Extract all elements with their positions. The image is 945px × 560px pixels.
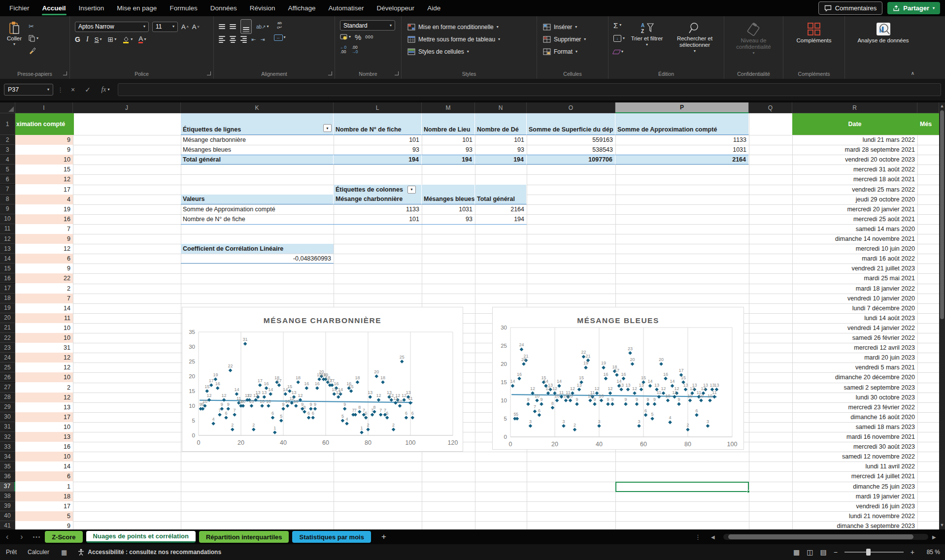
scatter-chart-mesange-bleues[interactable]: MÉSANGE BLEUES02040608010005101520253014… (492, 307, 744, 450)
row-header-11[interactable]: 11 (0, 224, 15, 234)
cell-R14-date[interactable]: mardi 16 août 2022 (792, 254, 917, 264)
scatter-chart-mesange-charbonniere[interactable]: MÉSANGE CHARBONNIÈRE02040608010012005101… (182, 307, 463, 452)
cell-R34-date[interactable]: samedi 12 novembre 2022 (792, 452, 917, 461)
row-header-24[interactable]: 24 (0, 353, 15, 362)
page-layout-view-button[interactable]: ◫ (807, 548, 813, 556)
cell-I14[interactable]: 6 (15, 254, 73, 264)
sheet-tab-r-partition-interquartiles[interactable]: Répartition interquartiles (199, 531, 289, 543)
row-header-37[interactable]: 37 (0, 482, 15, 492)
cell-R5-date[interactable]: mercredi 31 août 2022 (792, 165, 917, 174)
row-header-18[interactable]: 18 (0, 294, 15, 303)
pivot1-value[interactable]: 1031 (615, 145, 749, 155)
pivot2-value[interactable]: 93 (422, 214, 475, 224)
column-header-P[interactable]: P (615, 102, 749, 113)
cell-I16[interactable]: 22 (15, 273, 73, 283)
pivot2-row-label[interactable]: Somme de Approximation compté (181, 204, 334, 214)
select-all-corner[interactable] (0, 102, 15, 113)
zoom-out-button[interactable]: − (834, 548, 838, 556)
row-header-23[interactable]: 23 (0, 343, 15, 353)
cell-I39[interactable]: 17 (15, 501, 73, 511)
row-header-2[interactable]: 2 (0, 135, 15, 145)
fill-handle[interactable] (747, 490, 750, 493)
row-header-9[interactable]: 9 (0, 204, 15, 214)
cell-I21[interactable]: 10 (15, 323, 73, 333)
row-header-4[interactable]: 4 (0, 155, 15, 165)
row-header-8[interactable]: 8 (0, 195, 15, 204)
cell-I2[interactable]: 9 (15, 135, 73, 145)
column-header-I[interactable]: I (15, 102, 73, 113)
cell-R20-date[interactable]: lundi 14 août 2023 (792, 313, 917, 323)
pivot1-header[interactable]: Somme de Superficie du dép (527, 113, 615, 135)
pivot1-value[interactable]: 93 (422, 145, 475, 155)
cell-R22-date[interactable]: samedi 26 février 2022 (792, 333, 917, 343)
pivot1-row-label[interactable]: Mésange charbonnière (181, 135, 334, 145)
cell-I35[interactable]: 14 (15, 461, 73, 471)
row-header-22[interactable]: 22 (0, 333, 15, 343)
pivot1-value[interactable]: 194 (475, 155, 527, 165)
row-header-29[interactable]: 29 (0, 402, 15, 412)
column-header-Q[interactable]: Q (749, 102, 792, 113)
cell-I33[interactable]: 16 (15, 442, 73, 452)
row-header-14[interactable]: 14 (0, 254, 15, 264)
column-header-L[interactable]: L (334, 102, 422, 113)
zoom-slider[interactable] (844, 552, 904, 553)
scroll-right-button[interactable]: ▶ (932, 534, 936, 540)
column-header-N[interactable]: N (475, 102, 527, 113)
sheet-tab-z-score[interactable]: Z-Score (45, 531, 82, 543)
row-header-27[interactable]: 27 (0, 383, 15, 393)
pivot2-row-label[interactable]: Nombre de N° de fiche (181, 214, 334, 224)
cell-I25[interactable]: 12 (15, 362, 73, 372)
cell-R27-date[interactable]: samedi 2 septembre 2023 (792, 383, 917, 393)
filter-button-icon[interactable]: ▼ (323, 124, 332, 132)
cell-R40-date[interactable]: lundi 21 novembre 2022 (792, 511, 917, 521)
accessibility-status[interactable]: Accessibilité : consultez nos recommanda… (78, 549, 221, 556)
cell-I38[interactable]: 18 (15, 492, 73, 501)
cell-I11[interactable]: 7 (15, 224, 73, 234)
cell-I34[interactable]: 10 (15, 452, 73, 461)
cell-I23[interactable]: 31 (15, 343, 73, 353)
cell-R25-date[interactable]: vendredi 5 mars 2021 (792, 362, 917, 372)
cell-I12[interactable]: 9 (15, 234, 73, 244)
scroll-left-button[interactable]: ◀ (711, 534, 715, 540)
row-header-10[interactable]: 10 (0, 214, 15, 224)
column-header-M[interactable]: M (422, 102, 475, 113)
cell-I22[interactable]: 10 (15, 333, 73, 343)
pivot2-value[interactable]: 1031 (422, 204, 475, 214)
cell-I1-header[interactable]: ximation compté (15, 113, 74, 135)
column-header-partial[interactable] (917, 102, 939, 113)
column-header-O[interactable]: O (527, 102, 615, 113)
cell-R6-date[interactable]: mercredi 18 août 2021 (792, 174, 917, 184)
cell-R16-date[interactable]: mardi 25 mai 2021 (792, 273, 917, 283)
cell-I36[interactable]: 6 (15, 471, 73, 481)
cell-R3-date[interactable]: mardi 28 septembre 2021 (792, 145, 917, 155)
row-header-15[interactable]: 15 (0, 264, 15, 273)
row-header-19[interactable]: 19 (0, 303, 15, 313)
cell-R35-date[interactable]: lundi 11 avril 2022 (792, 461, 917, 471)
cell-I7[interactable]: 17 (15, 185, 73, 195)
cell-R18-date[interactable]: vendredi 10 janvier 2020 (792, 294, 917, 303)
row-header-26[interactable]: 26 (0, 372, 15, 382)
cell-R28-date[interactable]: lundi 30 octobre 2023 (792, 393, 917, 402)
row-header-20[interactable]: 20 (0, 313, 15, 323)
pivot1-row-label[interactable]: Total général (181, 155, 334, 165)
cell-I30[interactable]: 17 (15, 412, 73, 422)
status-calculate[interactable]: Calculer (28, 549, 49, 556)
cell-I13[interactable]: 12 (15, 244, 73, 254)
cell-I32[interactable]: 13 (15, 432, 73, 442)
cell-R1-date-header[interactable]: Date (792, 113, 918, 135)
row-header-40[interactable]: 40 (0, 511, 15, 521)
cell-I8[interactable]: 4 (15, 195, 73, 204)
vertical-scrollbar-thumb[interactable] (940, 110, 944, 319)
row-header-33[interactable]: 33 (0, 442, 15, 452)
cell-R31-date[interactable]: samedi 18 mars 2023 (792, 422, 917, 432)
new-sheet-button[interactable]: + (374, 532, 393, 542)
pivot1-value[interactable]: 538543 (527, 145, 615, 155)
cell-R12-date[interactable]: dimanche 14 novembre 2021 (792, 234, 917, 244)
cell-I20[interactable]: 11 (15, 313, 73, 323)
row-header-21[interactable]: 21 (0, 323, 15, 333)
cell-I37[interactable]: 1 (15, 482, 73, 492)
cell-R36-date[interactable]: mercredi 14 juillet 2021 (792, 471, 917, 481)
cell-R11-date[interactable]: samedi 14 mars 2020 (792, 224, 917, 234)
row-header-35[interactable]: 35 (0, 461, 15, 471)
page-break-view-button[interactable]: ▤ (820, 548, 826, 556)
